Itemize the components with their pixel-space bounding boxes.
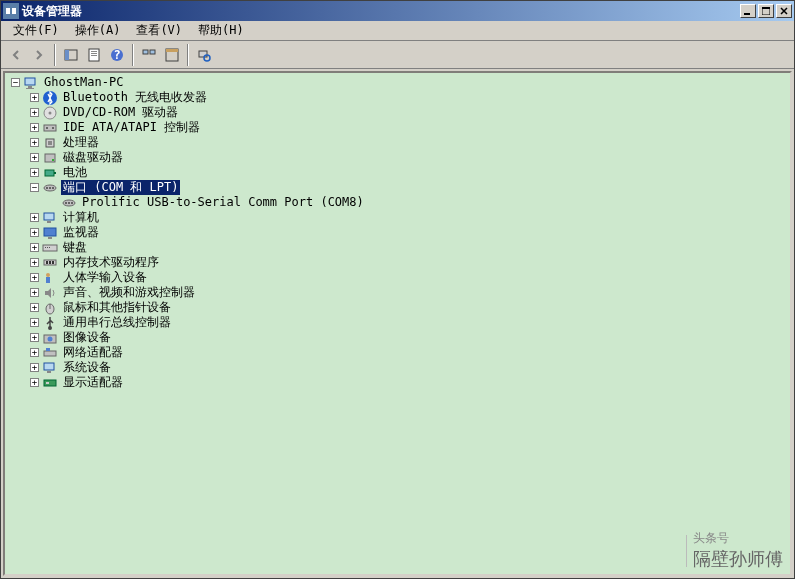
tree-item-disk[interactable]: 磁盘驱动器 xyxy=(9,150,786,165)
close-button[interactable] xyxy=(776,4,792,18)
maximize-button[interactable] xyxy=(758,4,774,18)
expand-toggle[interactable] xyxy=(30,363,39,372)
tree-item-display[interactable]: 显示适配器 xyxy=(9,375,786,390)
svg-rect-4 xyxy=(762,7,770,9)
svg-point-60 xyxy=(48,336,53,341)
display-adapter-icon xyxy=(42,375,58,391)
tree-item-com-port[interactable]: Prolific USB-to-Serial Comm Port (COM8) xyxy=(9,195,786,210)
tree-label: 电池 xyxy=(61,165,89,180)
expand-toggle[interactable] xyxy=(30,333,39,342)
expand-toggle[interactable] xyxy=(11,78,20,87)
svg-rect-51 xyxy=(46,261,48,264)
usb-icon xyxy=(42,315,58,331)
tree-label: 鼠标和其他指针设备 xyxy=(61,300,173,315)
svg-rect-8 xyxy=(91,51,97,52)
minimize-button[interactable] xyxy=(740,4,756,18)
camera-icon xyxy=(42,330,58,346)
tree-item-processor[interactable]: 处理器 xyxy=(9,135,786,150)
disc-drive-icon xyxy=(42,105,58,121)
expand-toggle[interactable] xyxy=(30,258,39,267)
tree-item-keyboard[interactable]: 键盘 xyxy=(9,240,786,255)
svg-rect-29 xyxy=(48,141,52,145)
svg-rect-49 xyxy=(49,247,50,248)
tree-item-ide[interactable]: IDE ATA/ATAPI 控制器 xyxy=(9,120,786,135)
back-button[interactable] xyxy=(5,44,27,66)
expand-toggle[interactable] xyxy=(30,213,39,222)
tree-label: 内存技术驱动程序 xyxy=(61,255,161,270)
svg-rect-53 xyxy=(52,261,54,264)
tree-label: 声音、视频和游戏控制器 xyxy=(61,285,197,300)
forward-button[interactable] xyxy=(28,44,50,66)
titlebar: 设备管理器 xyxy=(1,1,794,21)
tree-item-usb[interactable]: 通用串行总线控制器 xyxy=(9,315,786,330)
tree-item-network[interactable]: 网络适配器 xyxy=(9,345,786,360)
expand-toggle[interactable] xyxy=(30,153,39,162)
expand-toggle[interactable] xyxy=(30,348,39,357)
tree-label: 端口 (COM 和 LPT) xyxy=(61,180,180,195)
memory-icon xyxy=(42,255,58,271)
svg-rect-25 xyxy=(44,125,56,131)
tree-item-dvd[interactable]: DVD/CD-ROM 驱动器 xyxy=(9,105,786,120)
expand-toggle[interactable] xyxy=(30,243,39,252)
svg-rect-0 xyxy=(6,8,10,14)
expand-toggle[interactable] xyxy=(30,93,39,102)
expand-toggle[interactable] xyxy=(30,183,39,192)
svg-rect-6 xyxy=(65,50,69,60)
svg-rect-66 xyxy=(46,382,49,384)
view-devices-by-connection-button[interactable] xyxy=(161,44,183,66)
tree-label: 系统设备 xyxy=(61,360,113,375)
tree-item-hid[interactable]: 人体学输入设备 xyxy=(9,270,786,285)
properties-button[interactable] xyxy=(83,44,105,66)
window-buttons xyxy=(740,4,792,18)
expand-toggle[interactable] xyxy=(30,378,39,387)
scan-hardware-button[interactable] xyxy=(193,44,215,66)
svg-rect-47 xyxy=(45,247,46,248)
expand-toggle[interactable] xyxy=(30,228,39,237)
menubar: 文件(F) 操作(A) 查看(V) 帮助(H) xyxy=(1,21,794,41)
menu-help[interactable]: 帮助(H) xyxy=(190,20,252,41)
svg-rect-45 xyxy=(48,237,52,239)
svg-rect-62 xyxy=(46,348,50,351)
expand-toggle[interactable] xyxy=(30,288,39,297)
expand-toggle[interactable] xyxy=(30,138,39,147)
tree-label: 显示适配器 xyxy=(61,375,125,390)
menu-action[interactable]: 操作(A) xyxy=(67,20,129,41)
expand-toggle[interactable] xyxy=(30,303,39,312)
svg-text:?: ? xyxy=(113,48,120,62)
tree-label: IDE ATA/ATAPI 控制器 xyxy=(61,120,202,135)
help-button[interactable]: ? xyxy=(106,44,128,66)
svg-point-54 xyxy=(46,273,50,277)
tree-item-memory[interactable]: 内存技术驱动程序 xyxy=(9,255,786,270)
svg-rect-32 xyxy=(45,170,54,176)
tree-item-monitor[interactable]: 监视器 xyxy=(9,225,786,240)
tree-item-imaging[interactable]: 图像设备 xyxy=(9,330,786,345)
view-devices-by-type-button[interactable] xyxy=(138,44,160,66)
tree-label: 监视器 xyxy=(61,225,101,240)
tree-item-system[interactable]: 系统设备 xyxy=(9,360,786,375)
network-icon xyxy=(42,345,58,361)
tree-item-bluetooth[interactable]: Bluetooth 无线电收发器 xyxy=(9,90,786,105)
expand-toggle[interactable] xyxy=(30,123,39,132)
tree-item-battery[interactable]: 电池 xyxy=(9,165,786,180)
computer-icon xyxy=(23,75,39,91)
window-title: 设备管理器 xyxy=(22,3,740,20)
tree-view[interactable]: GhostMan-PC Bluetooth 无线电收发器 DVD/CD-ROM … xyxy=(3,71,792,576)
tree-root[interactable]: GhostMan-PC xyxy=(9,75,786,90)
expand-toggle[interactable] xyxy=(30,273,39,282)
tree-item-mouse[interactable]: 鼠标和其他指针设备 xyxy=(9,300,786,315)
tree-item-computer[interactable]: 计算机 xyxy=(9,210,786,225)
svg-point-31 xyxy=(52,159,54,161)
show-hide-tree-button[interactable] xyxy=(60,44,82,66)
svg-rect-55 xyxy=(46,277,50,283)
tree-item-ports[interactable]: 端口 (COM 和 LPT) xyxy=(9,180,786,195)
svg-rect-16 xyxy=(166,49,178,52)
menu-file[interactable]: 文件(F) xyxy=(5,20,67,41)
expand-toggle[interactable] xyxy=(30,168,39,177)
svg-rect-43 xyxy=(47,221,51,223)
menu-view[interactable]: 查看(V) xyxy=(128,20,190,41)
tree-item-sound[interactable]: 声音、视频和游戏控制器 xyxy=(9,285,786,300)
svg-rect-21 xyxy=(26,88,34,89)
svg-rect-14 xyxy=(150,50,155,54)
expand-toggle[interactable] xyxy=(30,108,39,117)
expand-toggle[interactable] xyxy=(30,318,39,327)
